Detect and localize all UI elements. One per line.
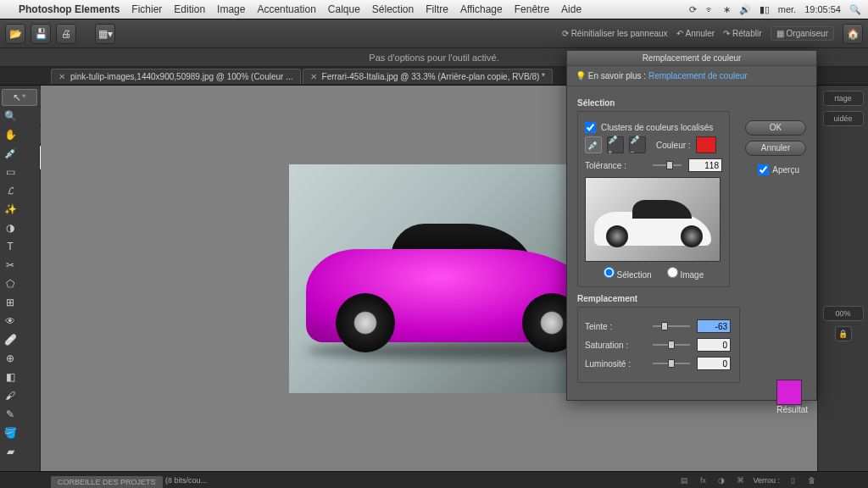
- recompose-tool[interactable]: ⊞: [2, 294, 19, 311]
- zoom-tool[interactable]: 🔍: [2, 108, 19, 125]
- volume-icon[interactable]: 🔊: [739, 4, 751, 15]
- menu-fenetre[interactable]: Fenêtre: [515, 3, 549, 15]
- cancel-button[interactable]: Annuler: [745, 141, 806, 156]
- menu-edition[interactable]: Edition: [174, 3, 205, 15]
- close-icon[interactable]: ✕: [58, 72, 65, 81]
- tab-pink-tulip[interactable]: ✕ pink-tulip-images,1440x900,50989.jpg @…: [51, 69, 301, 84]
- organizer-btn[interactable]: ▦ Organiseur: [771, 26, 834, 41]
- wifi-icon[interactable]: ᯤ: [705, 4, 715, 14]
- lasso-tool[interactable]: 𝓛: [2, 182, 19, 199]
- clock-day[interactable]: mer.: [778, 4, 796, 14]
- toolbox: ↖⁺ 🔍 ✋ 💉 ▭ 𝓛 ✨ ◑ T ✂ ⬠ ⊞ 👁 🩹 ⊕ ◧ 🖌 ✎ 🪣 ▰…: [0, 86, 41, 471]
- couleur-label: Couleur :: [656, 141, 691, 150]
- home-icon[interactable]: 🏠: [843, 24, 863, 44]
- clusters-label: Clusters de couleurs localisés: [601, 123, 713, 132]
- help-link[interactable]: Remplacement de couleur: [648, 71, 748, 80]
- link-icon[interactable]: ⌘: [734, 474, 746, 486]
- view-dropdown[interactable]: ▦▾: [95, 24, 115, 44]
- sync-icon[interactable]: ⟳: [689, 4, 697, 15]
- status-bar: 33.33% sRGB IEC61966-2.1 (8 bits/cou... …: [0, 471, 868, 488]
- cookie-cutter-tool[interactable]: ⬠: [2, 275, 19, 292]
- eyedropper-icon[interactable]: 💉: [585, 136, 602, 153]
- menu-calque[interactable]: Calque: [328, 3, 360, 15]
- opacity-field[interactable]: 00%: [823, 306, 864, 321]
- eyedropper-tool[interactable]: 💉: [2, 145, 19, 162]
- eyedropper-minus-icon[interactable]: 💉₋: [629, 136, 646, 153]
- redo-btn[interactable]: ↷ Rétablir: [723, 29, 761, 38]
- clusters-checkbox[interactable]: [585, 122, 596, 133]
- app-name[interactable]: Photoshop Elements: [19, 3, 120, 15]
- menu-selection[interactable]: Sélection: [372, 3, 414, 15]
- luminosite-slider[interactable]: [653, 363, 690, 364]
- close-icon[interactable]: ✕: [310, 72, 317, 81]
- undo-btn[interactable]: ↶ Annuler: [676, 29, 715, 38]
- saturation-slider[interactable]: [653, 344, 690, 346]
- healing-tool[interactable]: 🩹: [2, 331, 19, 348]
- quick-select-tool[interactable]: ◑: [2, 219, 19, 236]
- marquee-tool[interactable]: ▭: [2, 164, 19, 180]
- magic-wand-tool[interactable]: ✨: [2, 201, 19, 218]
- ok-button[interactable]: OK: [745, 120, 806, 136]
- luminosite-input[interactable]: [697, 357, 731, 370]
- menu-aide[interactable]: Aide: [561, 3, 581, 15]
- menu-fichier[interactable]: Fichier: [131, 3, 162, 15]
- lightbulb-icon: 💡: [576, 71, 586, 80]
- eyedropper-plus-icon[interactable]: 💉₊: [607, 136, 624, 153]
- radio-selection[interactable]: Sélection: [604, 267, 652, 280]
- dialog-tip: 💡 En savoir plus : Remplacement de coule…: [567, 66, 816, 86]
- clock-time[interactable]: 19:05:54: [804, 4, 841, 14]
- bluetooth-icon[interactable]: ∗: [723, 4, 731, 15]
- battery-icon[interactable]: ▮▯: [760, 4, 770, 15]
- tolerance-input[interactable]: [688, 158, 722, 172]
- fx-icon[interactable]: fx: [697, 474, 709, 486]
- app-toolbar: 📂 💾 🖨 ▦▾ ⟳ Réinitialiser les panneaux ↶ …: [0, 19, 868, 48]
- saturation-input[interactable]: [697, 338, 731, 352]
- tolerance-slider[interactable]: [653, 164, 682, 166]
- luminosite-label: Luminosité :: [585, 359, 646, 369]
- project-bin-tab[interactable]: CORBEILLE DES PROJETS: [51, 476, 163, 488]
- source-color-swatch[interactable]: [696, 136, 716, 153]
- result-color-swatch[interactable]: [776, 380, 802, 405]
- eraser-tool[interactable]: ◧: [2, 369, 19, 385]
- reset-panels-btn[interactable]: ⟳ Réinitialiser les panneaux: [562, 29, 668, 38]
- bucket-tool[interactable]: 🪣: [2, 424, 19, 441]
- menu-accentuation[interactable]: Accentuation: [257, 3, 315, 15]
- teinte-slider[interactable]: [653, 325, 690, 327]
- selection-legend: Sélection: [577, 98, 806, 108]
- options-message: Pas d'options pour l'outil activé.: [369, 53, 498, 63]
- save-btn[interactable]: 💾: [31, 24, 51, 44]
- print-btn[interactable]: 🖨: [56, 24, 76, 44]
- layers-icon[interactable]: ▤: [678, 474, 690, 486]
- smart-brush-tool[interactable]: ✎: [2, 406, 19, 423]
- lock-toggle-icon[interactable]: ▯: [787, 474, 798, 486]
- partage-tab[interactable]: rtage: [823, 91, 864, 106]
- redeye-tool[interactable]: 👁: [2, 313, 19, 330]
- move-tool[interactable]: ↖⁺: [2, 89, 37, 106]
- menu-affichage[interactable]: Affichage: [460, 3, 503, 15]
- dialog-title: Remplacement de couleur: [567, 51, 816, 66]
- replace-color-dialog: Remplacement de couleur 💡 En savoir plus…: [566, 50, 817, 401]
- apercu-label: Aperçu: [772, 165, 799, 175]
- radio-image[interactable]: Image: [667, 267, 704, 280]
- type-tool[interactable]: T: [2, 238, 19, 255]
- remplacement-legend: Remplacement: [577, 294, 806, 303]
- crop-tool[interactable]: ✂: [2, 257, 19, 274]
- trash-icon[interactable]: 🗑: [805, 474, 817, 486]
- guidee-tab[interactable]: uidée: [823, 111, 864, 126]
- open-btn[interactable]: 📂: [5, 24, 25, 44]
- menu-filtre[interactable]: Filtre: [426, 3, 448, 15]
- tab-label: Ferrari-458-Italia.jpg @ 33.3% (Arrière-…: [322, 72, 545, 81]
- hand-tool[interactable]: ✋: [2, 126, 19, 143]
- teinte-input[interactable]: [697, 319, 731, 333]
- spotlight-icon[interactable]: 🔍: [849, 4, 861, 15]
- tab-ferrari[interactable]: ✕ Ferrari-458-Italia.jpg @ 33.3% (Arrièr…: [303, 69, 553, 84]
- mask-icon[interactable]: ◑: [715, 474, 727, 486]
- apercu-checkbox[interactable]: [758, 164, 769, 175]
- clone-tool[interactable]: ⊕: [2, 350, 19, 367]
- app-window: 📂 💾 🖨 ▦▾ ⟳ Réinitialiser les panneaux ↶ …: [0, 19, 868, 488]
- lock-icon[interactable]: 🔒: [835, 326, 852, 341]
- menu-image[interactable]: Image: [217, 3, 245, 15]
- right-panels: rtage uidée 00% 🔒: [817, 86, 868, 471]
- gradient-tool[interactable]: ▰: [2, 443, 19, 460]
- brush-tool[interactable]: 🖌: [2, 387, 19, 404]
